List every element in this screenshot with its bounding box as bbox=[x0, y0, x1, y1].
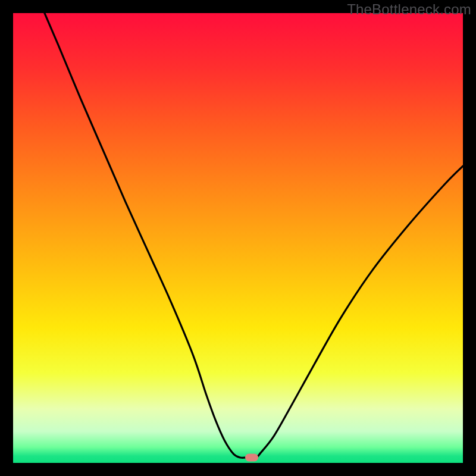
plot-area bbox=[13, 13, 463, 463]
chart-frame: TheBottleneck.com bbox=[0, 0, 476, 476]
plot-svg bbox=[13, 13, 463, 463]
gradient-background bbox=[13, 13, 463, 463]
optimal-point-marker bbox=[245, 453, 258, 461]
watermark-text: TheBottleneck.com bbox=[347, 1, 471, 18]
